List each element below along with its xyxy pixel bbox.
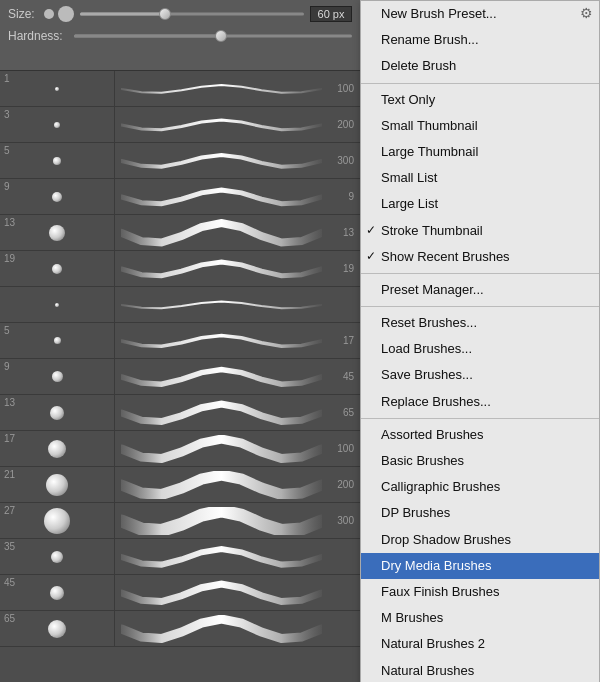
menu-item-new-brush-preset[interactable]: New Brush Preset... — [361, 1, 599, 27]
brush-number-right: 300 — [326, 155, 354, 166]
brush-number-left: 13 — [4, 217, 15, 228]
menu-item-assorted-brushes[interactable]: Assorted Brushes — [361, 422, 599, 448]
brush-row[interactable] — [0, 287, 360, 323]
brush-stroke-preview — [121, 471, 322, 499]
brush-dot — [50, 586, 64, 600]
size-slider[interactable] — [80, 6, 304, 22]
brush-number-right: 200 — [326, 479, 354, 490]
brush-row[interactable]: 21200 — [0, 467, 360, 503]
menu-item-delete-brush[interactable]: Delete Brush — [361, 53, 599, 79]
hardness-fill — [74, 35, 227, 38]
brush-stroke-preview — [121, 111, 322, 139]
size-row: Size: 60 px — [8, 6, 352, 22]
menu-item-dry-media-brushes[interactable]: Dry Media Brushes — [361, 553, 599, 579]
brush-row[interactable]: 99 — [0, 179, 360, 215]
brush-dot — [46, 474, 68, 496]
menu-item-natural-brushes-2[interactable]: Natural Brushes 2 — [361, 631, 599, 657]
menu-item-save-brushes[interactable]: Save Brushes... — [361, 362, 599, 388]
brush-number-right: 19 — [326, 263, 354, 274]
menu-item-preset-manager[interactable]: Preset Manager... — [361, 277, 599, 303]
brush-number-right: 300 — [326, 515, 354, 526]
brush-row[interactable]: 945 — [0, 359, 360, 395]
brush-stroke-preview — [121, 363, 322, 391]
dropdown-menu: ⚙ New Brush Preset...Rename Brush...Dele… — [360, 0, 600, 682]
brush-dot — [55, 303, 59, 307]
menu-item-natural-brushes[interactable]: Natural Brushes — [361, 658, 599, 683]
menu-item-m-brushes[interactable]: M Brushes — [361, 605, 599, 631]
menu-item-large-thumbnail[interactable]: Large Thumbnail — [361, 139, 599, 165]
brush-stroke-preview — [121, 399, 322, 427]
brush-dot — [54, 122, 60, 128]
hardness-slider[interactable] — [74, 28, 352, 44]
size-value[interactable]: 60 px — [310, 6, 352, 22]
large-brush-icon — [58, 6, 74, 22]
brush-row[interactable]: 35 — [0, 539, 360, 575]
brush-row[interactable]: 27300 — [0, 503, 360, 539]
brush-number-right: 65 — [326, 407, 354, 418]
brush-number-left: 21 — [4, 469, 15, 480]
brush-stroke-preview — [121, 327, 322, 355]
brush-row[interactable]: 1919 — [0, 251, 360, 287]
brush-number-left: 1 — [4, 73, 10, 84]
small-brush-icon — [44, 9, 54, 19]
brush-stroke-preview — [121, 291, 322, 319]
hardness-track — [74, 35, 352, 38]
brush-number-left: 5 — [4, 145, 10, 156]
brush-row[interactable]: 1313 — [0, 215, 360, 251]
menu-item-small-thumbnail[interactable]: Small Thumbnail — [361, 113, 599, 139]
brush-dot — [48, 620, 66, 638]
slider-fill — [80, 13, 170, 16]
menu-item-faux-finish-brushes[interactable]: Faux Finish Brushes — [361, 579, 599, 605]
brush-row[interactable]: 1365 — [0, 395, 360, 431]
brush-number-right: 17 — [326, 335, 354, 346]
brush-number-left: 9 — [4, 181, 10, 192]
brush-dot — [54, 337, 61, 344]
brush-dot — [55, 87, 59, 91]
menu-divider — [361, 83, 599, 84]
brush-row[interactable]: 517 — [0, 323, 360, 359]
brush-number-left: 5 — [4, 325, 10, 336]
menu-item-basic-brushes[interactable]: Basic Brushes — [361, 448, 599, 474]
menu-item-small-list[interactable]: Small List — [361, 165, 599, 191]
brush-row[interactable]: 1100 — [0, 71, 360, 107]
brush-list-area: 1100320053009913131919517945136517100212… — [0, 70, 360, 682]
menu-divider — [361, 306, 599, 307]
brush-row[interactable]: 17100 — [0, 431, 360, 467]
hardness-thumb[interactable] — [215, 30, 227, 42]
brush-panel: Size: 60 px Hardness: 1 — [0, 0, 360, 682]
brush-number-left: 9 — [4, 361, 10, 372]
menu-item-calligraphic-brushes[interactable]: Calligraphic Brushes — [361, 474, 599, 500]
menu-item-large-list[interactable]: Large List — [361, 191, 599, 217]
menu-item-dp-brushes[interactable]: DP Brushes — [361, 500, 599, 526]
menu-item-show-recent-brushes[interactable]: Show Recent Brushes — [361, 244, 599, 270]
menu-item-reset-brushes[interactable]: Reset Brushes... — [361, 310, 599, 336]
brush-stroke-preview — [121, 255, 322, 283]
menu-item-replace-brushes[interactable]: Replace Brushes... — [361, 389, 599, 415]
brush-number-left: 3 — [4, 109, 10, 120]
menu-item-rename-brush[interactable]: Rename Brush... — [361, 27, 599, 53]
brush-stroke-preview — [121, 543, 322, 571]
brush-number-left: 35 — [4, 541, 15, 552]
hardness-label: Hardness: — [8, 29, 68, 43]
brush-number-right: 200 — [326, 119, 354, 130]
menu-item-drop-shadow-brushes[interactable]: Drop Shadow Brushes — [361, 527, 599, 553]
brush-row[interactable]: 3200 — [0, 107, 360, 143]
brush-row[interactable]: 5300 — [0, 143, 360, 179]
brush-stroke-preview — [121, 75, 322, 103]
slider-thumb[interactable] — [159, 8, 171, 20]
brush-stroke-preview — [121, 579, 322, 607]
menu-item-stroke-thumbnail[interactable]: Stroke Thumbnail — [361, 218, 599, 244]
brush-dot — [52, 371, 63, 382]
brush-row[interactable]: 65 — [0, 611, 360, 647]
brush-number-right: 100 — [326, 83, 354, 94]
size-label: Size: — [8, 7, 38, 21]
brush-stroke-preview — [121, 507, 322, 535]
menu-item-text-only[interactable]: Text Only — [361, 87, 599, 113]
brush-dot — [48, 440, 66, 458]
brush-number-left: 19 — [4, 253, 15, 264]
menu-divider — [361, 418, 599, 419]
brush-number-left: 27 — [4, 505, 15, 516]
brush-stroke-preview — [121, 435, 322, 463]
brush-row[interactable]: 45 — [0, 575, 360, 611]
menu-item-load-brushes[interactable]: Load Brushes... — [361, 336, 599, 362]
